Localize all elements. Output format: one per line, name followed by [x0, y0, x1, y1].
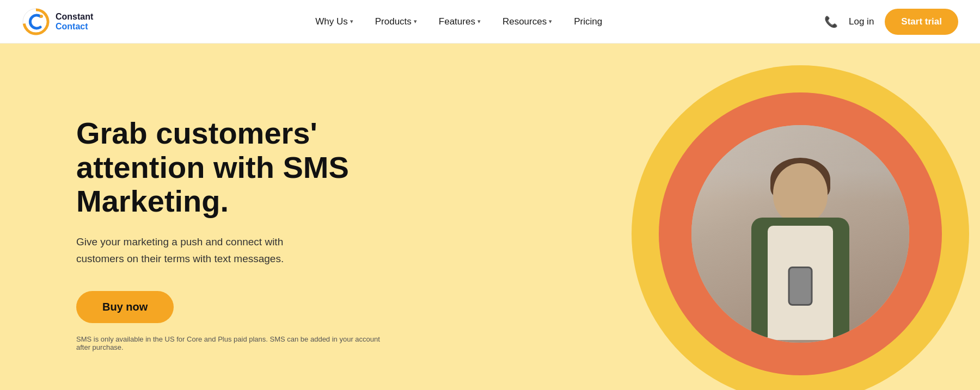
hero-content: Grab customers' attention with SMS Marke…: [76, 116, 403, 351]
phone-icon[interactable]: 📞: [824, 15, 838, 28]
nav-features[interactable]: Features ▾: [429, 12, 491, 32]
logo-line2: Contact: [56, 22, 93, 32]
products-chevron-icon: ▾: [414, 18, 417, 25]
nav-pricing[interactable]: Pricing: [564, 12, 612, 32]
person-head: [773, 163, 828, 223]
nav-center: Why Us ▾ Products ▾ Features ▾ Resources…: [305, 12, 612, 32]
nav-right: 📞 Log in Start trial: [824, 9, 958, 35]
hero-subtext: Give your marketing a push and connect w…: [76, 234, 327, 267]
navbar: Constant Contact Why Us ▾ Products ▾ Fea…: [0, 0, 980, 44]
nav-resources[interactable]: Resources ▾: [493, 12, 562, 32]
logo[interactable]: Constant Contact: [22, 8, 93, 36]
resources-chevron-icon: ▾: [549, 18, 552, 25]
logo-icon: [22, 8, 50, 36]
login-link[interactable]: Log in: [849, 16, 874, 27]
why-us-chevron-icon: ▾: [350, 18, 353, 25]
hero-disclaimer: SMS is only available in the US for Core…: [76, 335, 381, 351]
nav-products[interactable]: Products ▾: [365, 12, 427, 32]
logo-line1: Constant: [56, 12, 93, 22]
person-phone: [788, 267, 813, 306]
hero-heading: Grab customers' attention with SMS Marke…: [76, 116, 403, 219]
logo-text: Constant Contact: [56, 12, 93, 31]
hero-image-circle: [691, 125, 909, 343]
person-figure: [735, 147, 866, 343]
person-illustration: [691, 125, 909, 343]
svg-point-1: [40, 15, 43, 18]
start-trial-button[interactable]: Start trial: [885, 9, 958, 35]
features-chevron-icon: ▾: [477, 18, 481, 25]
nav-why-us[interactable]: Why Us ▾: [305, 12, 363, 32]
buy-now-button[interactable]: Buy now: [76, 291, 174, 323]
hero-section: Grab customers' attention with SMS Marke…: [0, 44, 980, 390]
hero-image-area: [512, 76, 936, 390]
